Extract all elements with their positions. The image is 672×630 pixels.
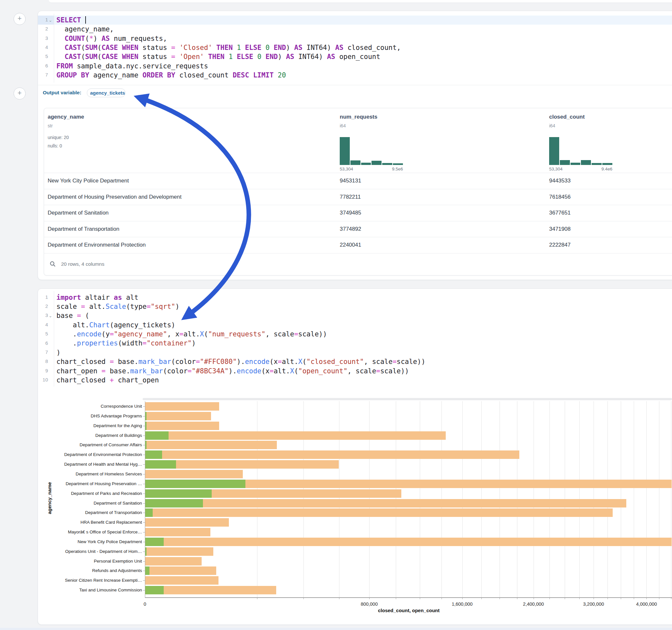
y-axis-label: Senior Citizen Rent Increase Exempti… xyxy=(42,578,142,583)
bar-open-count xyxy=(145,566,149,575)
histogram-bar xyxy=(602,163,613,165)
python-gutter-separator xyxy=(54,291,54,387)
y-axis-tick xyxy=(143,513,145,513)
search-icon[interactable] xyxy=(49,261,56,268)
histogram-max: 9.5e6 xyxy=(383,167,403,171)
y-axis-label: Department of Sanitation xyxy=(42,501,142,506)
bar-closed-count xyxy=(145,499,626,508)
chart-scrollbar[interactable] xyxy=(143,398,672,400)
y-axis-label: Personal Exemption Unit xyxy=(42,559,142,563)
bar-open-count xyxy=(145,489,212,498)
code-line: .encode(y="agency_name", x=alt.X("num_re… xyxy=(56,330,425,339)
bar-closed-count xyxy=(145,431,446,440)
table-footer: 20 rows, 4 columns xyxy=(49,261,104,268)
row-separator xyxy=(44,173,672,173)
bar-open-count xyxy=(145,431,169,440)
y-axis-tick xyxy=(143,590,145,590)
y-axis-tick xyxy=(143,445,145,445)
previous-cell-edge xyxy=(49,0,672,3)
line-number: 3 xyxy=(35,35,48,41)
line-number: 7 xyxy=(35,72,48,77)
bar-closed-count xyxy=(145,518,229,527)
code-line: ) xyxy=(56,348,425,357)
cell-value: 3677651 xyxy=(549,210,571,216)
output-variable-pill[interactable]: agency_tickets xyxy=(87,89,125,97)
add-cell-button-middle[interactable]: + xyxy=(14,88,26,99)
output-variable-label: Output variable: xyxy=(43,90,81,96)
cell-agency-name: Department of Transportation xyxy=(48,226,119,232)
code-line: GROUP BY agency_name ORDER BY closed_cou… xyxy=(56,71,401,80)
code-line: chart_open = base.mark_bar(color="#8BC34… xyxy=(56,366,425,375)
bar-closed-count xyxy=(145,557,201,565)
y-axis-tick xyxy=(143,532,145,532)
y-axis-label: Department of Environmental Protection xyxy=(42,452,142,457)
python-code-editor[interactable]: import altair as altscale = alt.Scale(ty… xyxy=(56,293,425,385)
x-axis-line xyxy=(145,597,672,598)
column-histogram xyxy=(340,137,403,165)
code-line: COUNT(*) AS num_requests, xyxy=(56,34,401,43)
y-axis-label: Department of Homeless Services xyxy=(42,471,142,477)
bar-closed-count xyxy=(145,412,211,420)
line-number: 9 xyxy=(35,368,48,373)
gridline xyxy=(646,401,647,597)
bar-open-count xyxy=(145,480,245,488)
bar-open-count xyxy=(145,421,146,430)
column-header[interactable]: num_requests xyxy=(340,114,377,120)
y-axis-tick xyxy=(143,436,145,436)
column-header[interactable]: closed_count xyxy=(549,114,585,120)
fold-chevron-icon[interactable]: ⌄ xyxy=(49,18,52,23)
histogram-bar xyxy=(560,160,570,165)
y-axis-label: DHS Advantage Programs xyxy=(42,413,142,418)
gridline xyxy=(659,401,659,597)
line-number: 4 xyxy=(35,44,48,50)
y-axis-title: agency_name xyxy=(47,482,52,514)
histogram-bar xyxy=(592,163,602,165)
y-axis-label: Mayorâ€ s Office of Special Enforce… xyxy=(42,530,142,534)
column-type: i64 xyxy=(340,123,346,128)
bar-closed-count xyxy=(145,402,219,411)
fold-chevron-icon[interactable]: ⌄ xyxy=(49,313,52,318)
cell-agency-name: Department of Housing Preservation and D… xyxy=(48,194,182,200)
text-cursor xyxy=(85,16,86,24)
code-line: FROM sample_data.nyc.service_requests xyxy=(56,62,401,71)
cell-value: 9443533 xyxy=(549,177,571,184)
gridline xyxy=(634,401,634,597)
bar-closed-count xyxy=(145,470,243,478)
next-cell-edge xyxy=(0,628,672,630)
bar-closed-count xyxy=(145,451,519,459)
y-axis-tick xyxy=(143,464,145,465)
cell-value: 7618456 xyxy=(549,194,571,200)
bar-closed-count xyxy=(145,538,672,546)
histogram-bar xyxy=(371,161,382,165)
row-separator xyxy=(44,189,672,189)
line-number: 2 xyxy=(35,303,48,309)
line-number: 7 xyxy=(35,349,48,355)
column-header[interactable]: agency_name xyxy=(48,114,84,120)
line-number: 5 xyxy=(35,53,48,59)
y-axis-label: Department for the Aging xyxy=(42,423,142,428)
sql-code-editor[interactable]: SELECT agency_name, COUNT(*) AS num_requ… xyxy=(56,16,401,80)
y-axis-tick xyxy=(143,542,145,542)
column-stat: unique: 20 xyxy=(48,135,69,140)
y-axis-label: Correspondence Unit xyxy=(42,404,142,409)
bar-open-count xyxy=(145,538,164,546)
code-line: .properties(width="container") xyxy=(56,339,425,348)
code-line: chart_closed = base.mark_bar(color="#FFC… xyxy=(56,357,425,366)
column-histogram xyxy=(549,137,613,165)
code-line: agency_name, xyxy=(56,25,401,34)
cell-value: 9453131 xyxy=(340,177,361,184)
y-axis-tick xyxy=(143,455,145,455)
y-axis-tick xyxy=(143,406,145,407)
code-line: import altair as alt xyxy=(56,293,425,302)
histogram-bar xyxy=(382,163,392,165)
bar-closed-count xyxy=(145,576,218,585)
bar-closed-count xyxy=(145,421,219,430)
histogram-bar xyxy=(393,163,403,165)
column-type: str xyxy=(48,123,53,128)
cell-value: 3471908 xyxy=(549,226,571,232)
histogram-bar xyxy=(351,161,360,165)
line-number: 8 xyxy=(35,358,48,364)
bar-open-count xyxy=(145,586,164,595)
histogram-bar xyxy=(361,163,371,165)
add-cell-button-top[interactable]: + xyxy=(14,13,26,25)
